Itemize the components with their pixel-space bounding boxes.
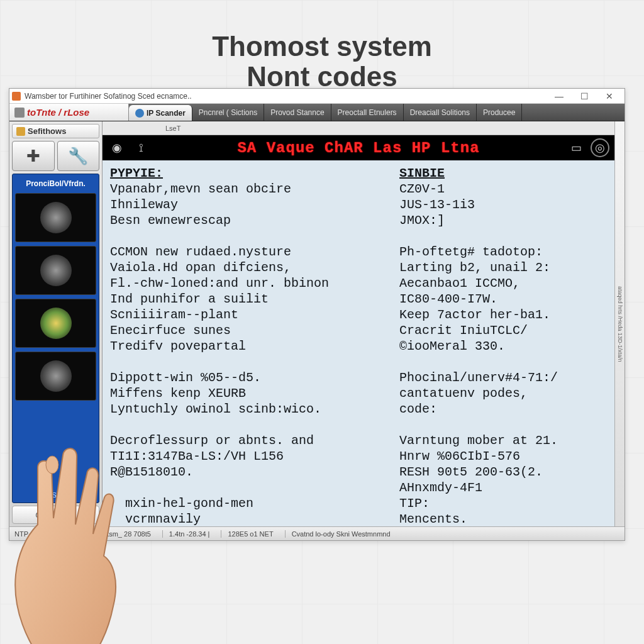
gauge-icon-left: ◉ (108, 138, 126, 157)
wrench-icon: 🔧 (68, 147, 88, 166)
right-rail: ataqed hrts /Heda 13D-1/xta/n (614, 121, 625, 526)
tab-label: Provod Stannce (270, 108, 324, 117)
window-title: Wamsber tor Furtihiner Sofatinog Sced ec… (25, 92, 192, 101)
overlay-line-1: Thomost system (0, 31, 644, 62)
page-overlay-title: Thomost system Nont codes (0, 31, 644, 92)
subheader-label: LseT (165, 125, 180, 132)
tab-label: Preoctall Etnulers (338, 108, 397, 117)
thumbnail-3[interactable] (15, 299, 96, 348)
thumbnail-1[interactable] (15, 193, 96, 242)
tab-etnulers[interactable]: Preoctall Etnulers (331, 104, 404, 121)
panel-footer: M·SLile (15, 491, 96, 499)
left-body: Vpanabr,mevn sean obcire Ihnileway Besn … (110, 182, 329, 526)
ticker-bar: ◉ ⟟ SA Vaque ChAR Las HP Ltna ▭ ◎ (103, 135, 614, 160)
tab-sections[interactable]: Pncnrel ( Sictions (192, 104, 264, 121)
sidebar-bottom-button[interactable]: Cvse Dlore (12, 506, 99, 524)
globe-icon (135, 109, 144, 118)
antenna-icon: ⟟ (131, 138, 150, 157)
left-heading: PYPYIE: (110, 166, 163, 180)
plus-icon: ✚ (26, 147, 40, 166)
sidebar: Sefithows ✚ 🔧 PronciBol/Vfrdn. M·SLile C… (9, 121, 103, 526)
tab-stance[interactable]: Provod Stannce (264, 104, 331, 121)
status-seg-1: NTP (ol Al fishito cf fidd RE M.tsm_ 28 … (14, 530, 151, 538)
sidebar-bottom-label: Cvse Dlore (35, 510, 75, 519)
content-pane: PYPYIE: Vpanabr,mevn sean obcire Ihnilew… (103, 160, 614, 526)
folder-icon (16, 127, 25, 136)
right-body: CZ0V-1 JUS-13-1i3 JMOX:] Ph-oftetg# tado… (399, 182, 558, 526)
settings-label: Sefithows (28, 126, 66, 136)
tab-label: Dreaciall Solitions (410, 108, 470, 117)
add-button[interactable]: ✚ (12, 141, 55, 171)
tab-ip-scander[interactable]: IP Scander (129, 105, 192, 121)
thumbnail-panel: PronciBol/Vfrdn. M·SLile (12, 174, 99, 503)
tool-button[interactable]: 🔧 (57, 141, 100, 171)
thumbnail-4[interactable] (15, 352, 96, 401)
brand-label: toTnte / rLose (9, 104, 129, 121)
settings-button[interactable]: Sefithows (12, 124, 99, 138)
status-seg-2: 1.4tn -28.34 | (162, 530, 210, 538)
led-ticker-text: SA Vaque ChAR Las HP Ltna (155, 140, 562, 157)
tab-producee[interactable]: Producee (477, 104, 522, 121)
brand-text: toTnte / rLose (27, 107, 89, 118)
main-toolbar: toTnte / rLose IP Scander Pncnrel ( Sict… (9, 104, 625, 121)
tab-label: Pncnrel ( Sictions (199, 108, 257, 117)
tab-label: IP Scander (147, 109, 186, 118)
subheader: LseT (103, 121, 614, 135)
statusbar: NTP (ol Al fishito cf fidd RE M.tsm_ 28 … (9, 526, 625, 540)
brand-icon (14, 108, 25, 118)
content-column-left: PYPYIE: Vpanabr,mevn sean obcire Ihnilew… (110, 165, 387, 521)
tab-solitions[interactable]: Dreaciall Solitions (404, 104, 477, 121)
app-icon (12, 92, 21, 101)
overlay-line-2: Nont codes (0, 62, 644, 92)
thumbnail-2[interactable] (15, 246, 96, 295)
status-seg-4: Cvatnd lo-ody Skni Westmnmnd (285, 530, 391, 538)
right-heading: SINBIE (399, 166, 445, 180)
app-window: Wamsber tor Furtihiner Sofatinog Sced ec… (9, 88, 625, 541)
content-column-right: SINBIE CZ0V-1 JUS-13-1i3 JMOX:] Ph-oftet… (399, 165, 607, 521)
monitor-icon[interactable]: ▭ (567, 138, 586, 157)
main-area: LseT ◉ ⟟ SA Vaque ChAR Las HP Ltna ▭ ◎ P… (103, 121, 614, 526)
panel-title: PronciBol/Vfrdn. (15, 178, 96, 189)
tab-label: Producee (483, 108, 515, 117)
status-seg-3: 128E5 o1 NET (221, 530, 273, 538)
target-icon[interactable]: ◎ (591, 138, 609, 157)
